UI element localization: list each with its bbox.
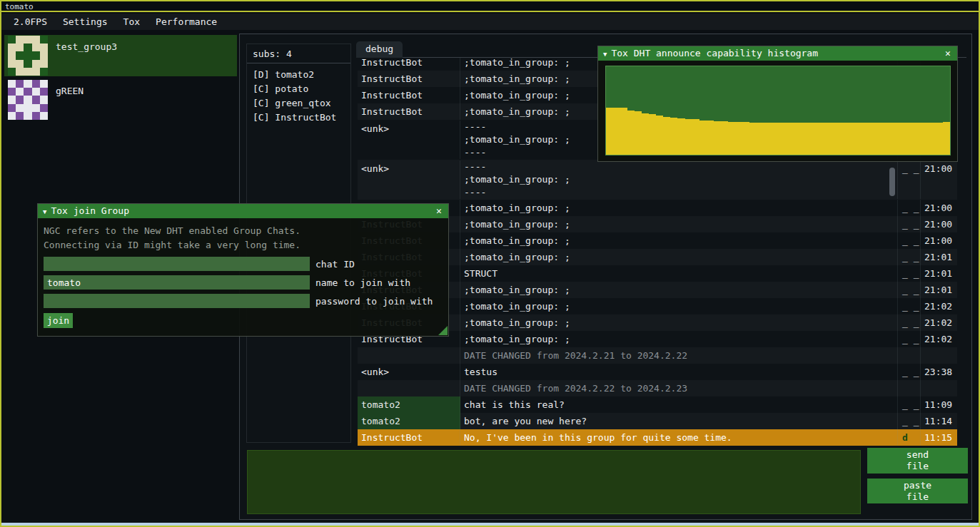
collapse-arrow-icon[interactable]: ▼ bbox=[603, 51, 607, 58]
histogram-plot bbox=[605, 66, 951, 155]
message-author: InstructBot bbox=[358, 71, 460, 87]
message-author: tomato2 bbox=[358, 413, 460, 429]
menu-item-performance[interactable]: Performance bbox=[148, 14, 225, 29]
scrollbar-thumb[interactable] bbox=[889, 168, 895, 196]
subs-count: subs: 4 bbox=[253, 48, 345, 59]
join-password-input[interactable] bbox=[44, 294, 310, 308]
menu-item-settings[interactable]: Settings bbox=[55, 14, 116, 29]
paste-file-button[interactable]: paste file bbox=[867, 479, 968, 503]
histogram-bar bbox=[663, 117, 670, 155]
join-button[interactable]: join bbox=[44, 313, 73, 328]
histogram-bar bbox=[907, 123, 914, 155]
histogram-bar bbox=[642, 113, 649, 155]
message-row[interactable]: tomato2chat is this real?_ _11:09 bbox=[358, 396, 957, 413]
histogram-bar bbox=[749, 123, 757, 155]
date-separator-row[interactable]: DATE CHANGED from 2024.2.21 to 2024.2.22 bbox=[358, 347, 957, 364]
message-author bbox=[358, 347, 460, 364]
message-time: 21:01 bbox=[921, 282, 954, 298]
sidebar-item-green[interactable]: gREEN bbox=[4, 79, 237, 121]
group-name: gREEN bbox=[56, 79, 84, 121]
message-row[interactable]: <unk>testus_ _23:38 bbox=[358, 364, 957, 380]
join-window-titlebar[interactable]: ▼Tox join Group ✕ bbox=[38, 204, 448, 218]
collapse-arrow-icon[interactable]: ▼ bbox=[43, 208, 46, 215]
resize-grip[interactable] bbox=[438, 326, 448, 335]
histogram-window-title: Tox DHT announce capability histogram bbox=[611, 48, 818, 58]
message-status: _ _ bbox=[898, 364, 921, 380]
histogram-bar bbox=[764, 123, 771, 155]
message-row[interactable]: tomato2bot, are you new here?_ _11:14 bbox=[358, 413, 957, 429]
histogram-bar bbox=[742, 122, 749, 155]
message-time: 11:15 bbox=[921, 429, 954, 446]
histogram-window-titlebar[interactable]: ▼Tox DHT announce capability histogram ✕ bbox=[598, 46, 957, 61]
message-time: 21:00 bbox=[921, 232, 954, 249]
message-time: 11:14 bbox=[921, 413, 954, 429]
group-avatar bbox=[6, 36, 50, 76]
histogram-bar bbox=[757, 123, 764, 155]
message-author: <unk> bbox=[358, 160, 460, 199]
group-avatar bbox=[6, 80, 50, 120]
histogram-bar bbox=[886, 123, 893, 155]
message-status: _ _ bbox=[898, 216, 921, 232]
chat-id-label: chat ID bbox=[315, 259, 355, 270]
message-status: _ _ bbox=[898, 200, 921, 216]
message-time: 21:01 bbox=[921, 249, 954, 265]
histogram-bars bbox=[606, 66, 950, 155]
histogram-bar bbox=[677, 118, 685, 155]
message-row[interactable]: InstructBotNo, I've been in this group f… bbox=[358, 429, 957, 446]
message-time: 21:02 bbox=[921, 331, 954, 347]
join-group-window: ▼Tox join Group ✕ NGC refers to the New … bbox=[37, 203, 449, 337]
histogram-bar bbox=[692, 119, 699, 155]
histogram-bar bbox=[778, 123, 785, 155]
close-icon[interactable]: ✕ bbox=[942, 46, 954, 61]
histogram-bar bbox=[799, 123, 807, 155]
message-time: 21:00 bbox=[921, 160, 954, 199]
message-status: _ _ bbox=[898, 413, 921, 429]
histogram-bar bbox=[864, 123, 872, 155]
menu-item-tox[interactable]: Tox bbox=[116, 14, 148, 29]
message-text: bot, are you new here? bbox=[460, 413, 898, 429]
histogram-bar bbox=[921, 123, 929, 155]
member-item-instructbot[interactable]: [C] InstructBot bbox=[253, 111, 345, 125]
histogram-bar bbox=[821, 123, 828, 155]
message-status: _ _ bbox=[898, 265, 921, 282]
member-item-tomato2[interactable]: [D] tomato2 bbox=[253, 68, 345, 82]
histogram-bar bbox=[685, 119, 692, 155]
message-status: _ _ bbox=[898, 298, 921, 314]
tab-debug[interactable]: debug bbox=[356, 41, 403, 58]
histogram-window-body bbox=[598, 61, 957, 160]
window-titlebar[interactable]: tomato bbox=[1, 1, 979, 12]
member-item-potato[interactable]: [C] potato bbox=[253, 82, 345, 96]
join-description-line1: NGC refers to the New DHT enabled Group … bbox=[44, 224, 443, 238]
join-name-input[interactable] bbox=[44, 275, 310, 290]
histogram-bar bbox=[721, 121, 728, 155]
message-text: ;tomato_in_group: ; bbox=[460, 200, 898, 216]
menubar: 2.0FPS Settings Tox Performance bbox=[1, 14, 979, 30]
date-separator-row[interactable]: DATE CHANGED from 2024.2.22 to 2024.2.23 bbox=[358, 380, 957, 396]
histogram-bar bbox=[828, 123, 835, 155]
close-icon[interactable]: ✕ bbox=[433, 204, 445, 218]
message-row[interactable]: <unk>----;tomato_in_group: ;----_ _21:00 bbox=[358, 160, 957, 200]
histogram-bar bbox=[771, 123, 778, 155]
histogram-bar bbox=[814, 123, 821, 155]
join-window-title: Tox join Group bbox=[51, 205, 129, 216]
member-item-green-qtox[interactable]: [C] green_qtox bbox=[253, 96, 345, 111]
histogram-bar bbox=[872, 123, 879, 155]
join-password-label: password to join with bbox=[315, 296, 433, 307]
histogram-bar bbox=[914, 123, 921, 155]
chat-id-input[interactable] bbox=[44, 257, 310, 271]
app-window: tomato 2.0FPS Settings Tox Performance t… bbox=[0, 0, 980, 527]
histogram-bar bbox=[735, 122, 742, 155]
histogram-bar bbox=[943, 122, 950, 155]
message-status: _ _ bbox=[898, 232, 921, 249]
send-file-button[interactable]: send file bbox=[867, 448, 968, 474]
sidebar-item-test-group3[interactable]: test_group3 bbox=[4, 35, 237, 76]
bottom-edge-strip bbox=[1, 523, 979, 526]
message-text: ;tomato_in_group: ; bbox=[460, 331, 898, 347]
message-time: 21:02 bbox=[921, 298, 954, 314]
histogram-bar bbox=[714, 121, 721, 155]
message-text: DATE CHANGED from 2024.2.22 to 2024.2.23 bbox=[460, 380, 898, 396]
message-text: testus bbox=[460, 364, 898, 380]
message-author: tomato2 bbox=[358, 396, 460, 413]
message-input[interactable] bbox=[247, 450, 861, 514]
join-description-line2: Connecting via ID might take a very long… bbox=[44, 238, 443, 252]
